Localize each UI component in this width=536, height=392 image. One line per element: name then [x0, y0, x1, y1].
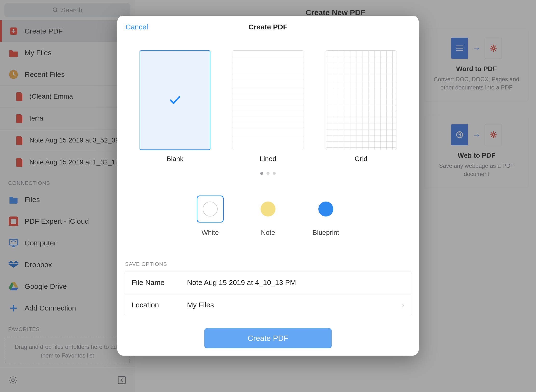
create-pdf-modal: Cancel Create PDF Blank Lined Grid	[117, 16, 419, 356]
theme-note[interactable]: Note	[255, 196, 281, 237]
color-swatch	[261, 202, 275, 216]
swatch-wrap	[312, 196, 339, 223]
template-label: Grid	[355, 155, 368, 163]
template-thumbnail	[140, 50, 210, 150]
template-thumbnail	[326, 50, 396, 150]
template-grid[interactable]: Grid	[326, 50, 396, 163]
template-label: Blank	[167, 155, 183, 163]
theme-white[interactable]: White	[197, 196, 224, 237]
template-picker: Blank Lined Grid	[117, 50, 419, 163]
file-name-label: File Name	[132, 278, 187, 287]
theme-picker: White Note Blueprint	[117, 196, 419, 237]
save-options: SAVE OPTIONS File Name Note Aug 15 2019 …	[117, 261, 419, 316]
page-dot[interactable]	[260, 172, 263, 175]
location-label: Location	[132, 301, 187, 309]
template-label: Lined	[260, 155, 276, 163]
swatch-wrap	[197, 196, 224, 223]
modal-title: Create PDF	[248, 23, 288, 31]
page-dot[interactable]	[273, 172, 276, 175]
location-row[interactable]: Location My Files ›	[124, 294, 412, 316]
file-name-row[interactable]: File Name Note Aug 15 2019 at 4_10_13 PM	[124, 271, 412, 294]
page-indicator	[117, 172, 419, 175]
theme-label: Blueprint	[313, 229, 339, 237]
create-pdf-button[interactable]: Create PDF	[204, 328, 332, 348]
theme-label: White	[201, 229, 219, 237]
theme-label: Note	[261, 229, 275, 237]
theme-blueprint[interactable]: Blueprint	[312, 196, 339, 237]
color-swatch	[318, 202, 333, 216]
template-blank[interactable]: Blank	[140, 50, 210, 163]
cancel-button[interactable]: Cancel	[126, 23, 148, 31]
template-lined[interactable]: Lined	[233, 50, 303, 163]
swatch-wrap	[255, 196, 281, 223]
save-options-header: SAVE OPTIONS	[125, 261, 412, 267]
template-thumbnail	[233, 50, 303, 150]
color-swatch	[203, 202, 218, 216]
button-label: Create PDF	[248, 334, 288, 343]
chevron-right-icon: ›	[402, 301, 404, 309]
checkmark-icon	[169, 95, 181, 105]
page-dot[interactable]	[267, 172, 269, 175]
location-value: My Files	[187, 301, 402, 309]
file-name-value: Note Aug 15 2019 at 4_10_13 PM	[187, 278, 404, 287]
